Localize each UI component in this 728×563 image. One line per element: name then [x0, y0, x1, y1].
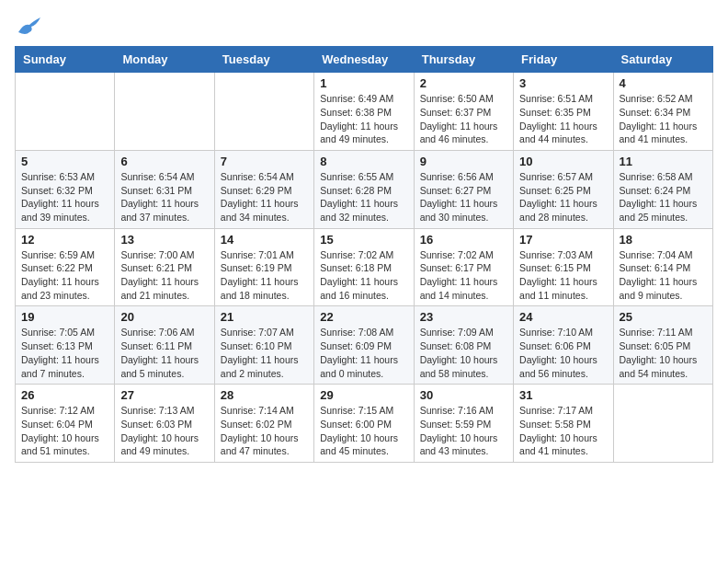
calendar-week-row: 26Sunrise: 7:12 AMSunset: 6:04 PMDayligh… [16, 385, 713, 463]
day-info: Sunrise: 7:06 AMSunset: 6:11 PMDaylight:… [120, 326, 208, 380]
calendar-cell: 28Sunrise: 7:14 AMSunset: 6:02 PMDayligh… [214, 385, 313, 463]
day-number: 2 [420, 76, 507, 90]
day-info: Sunrise: 7:16 AMSunset: 5:59 PMDaylight:… [420, 404, 507, 458]
calendar-cell: 12Sunrise: 6:59 AMSunset: 6:22 PMDayligh… [16, 228, 115, 306]
weekday-header-tuesday: Tuesday [214, 47, 313, 73]
calendar-cell: 6Sunrise: 6:54 AMSunset: 6:31 PMDaylight… [115, 150, 214, 228]
calendar-cell: 20Sunrise: 7:06 AMSunset: 6:11 PMDayligh… [115, 306, 214, 385]
day-number: 27 [120, 388, 208, 402]
calendar-week-row: 19Sunrise: 7:05 AMSunset: 6:13 PMDayligh… [16, 306, 713, 385]
calendar-cell: 14Sunrise: 7:01 AMSunset: 6:19 PMDayligh… [214, 228, 313, 306]
calendar-cell: 29Sunrise: 7:15 AMSunset: 6:00 PMDayligh… [314, 385, 414, 463]
day-number: 30 [420, 388, 507, 402]
day-number: 13 [120, 233, 208, 247]
day-number: 31 [519, 388, 607, 402]
calendar-cell: 24Sunrise: 7:10 AMSunset: 6:06 PMDayligh… [514, 306, 613, 385]
calendar-cell: 16Sunrise: 7:02 AMSunset: 6:17 PMDayligh… [414, 228, 513, 306]
day-info: Sunrise: 7:03 AMSunset: 6:15 PMDaylight:… [519, 248, 607, 303]
day-number: 23 [420, 310, 507, 324]
day-number: 11 [620, 155, 707, 168]
logo [15, 15, 42, 37]
calendar-cell: 3Sunrise: 6:51 AMSunset: 6:35 PMDaylight… [514, 73, 613, 151]
weekday-header-sunday: Sunday [16, 47, 115, 73]
day-info: Sunrise: 7:02 AMSunset: 6:17 PMDaylight:… [420, 248, 507, 303]
day-number: 17 [519, 233, 607, 247]
day-info: Sunrise: 6:59 AMSunset: 6:22 PMDaylight:… [21, 248, 108, 303]
day-number: 3 [519, 76, 607, 90]
calendar-cell: 18Sunrise: 7:04 AMSunset: 6:14 PMDayligh… [613, 228, 712, 306]
day-number: 16 [420, 233, 507, 247]
day-info: Sunrise: 7:17 AMSunset: 5:58 PMDaylight:… [519, 404, 607, 458]
day-number: 26 [21, 388, 108, 402]
calendar-cell: 11Sunrise: 6:58 AMSunset: 6:24 PMDayligh… [613, 150, 712, 228]
day-info: Sunrise: 7:00 AMSunset: 6:21 PMDaylight:… [120, 248, 208, 303]
day-number: 9 [420, 155, 507, 168]
calendar-header-row: SundayMondayTuesdayWednesdayThursdayFrid… [16, 47, 713, 73]
day-info: Sunrise: 6:57 AMSunset: 6:25 PMDaylight:… [519, 170, 607, 224]
calendar-cell: 7Sunrise: 6:54 AMSunset: 6:29 PMDaylight… [214, 150, 313, 228]
day-number: 22 [320, 310, 407, 324]
day-info: Sunrise: 7:05 AMSunset: 6:13 PMDaylight:… [21, 326, 108, 380]
day-number: 7 [221, 155, 308, 168]
day-info: Sunrise: 7:10 AMSunset: 6:06 PMDaylight:… [519, 326, 607, 380]
calendar-cell: 17Sunrise: 7:03 AMSunset: 6:15 PMDayligh… [514, 228, 613, 306]
calendar-cell: 26Sunrise: 7:12 AMSunset: 6:04 PMDayligh… [16, 385, 115, 463]
calendar-week-row: 5Sunrise: 6:53 AMSunset: 6:32 PMDaylight… [16, 150, 713, 228]
day-info: Sunrise: 7:15 AMSunset: 6:00 PMDaylight:… [320, 404, 407, 458]
calendar-cell [613, 385, 712, 463]
calendar-cell: 31Sunrise: 7:17 AMSunset: 5:58 PMDayligh… [514, 385, 613, 463]
day-number: 15 [320, 233, 407, 247]
day-number: 29 [320, 388, 407, 402]
day-info: Sunrise: 7:14 AMSunset: 6:02 PMDaylight:… [221, 404, 308, 458]
calendar-cell: 8Sunrise: 6:55 AMSunset: 6:28 PMDaylight… [314, 150, 414, 228]
calendar-cell: 30Sunrise: 7:16 AMSunset: 5:59 PMDayligh… [414, 385, 513, 463]
logo-bird-icon [17, 16, 42, 36]
calendar-cell: 13Sunrise: 7:00 AMSunset: 6:21 PMDayligh… [115, 228, 214, 306]
day-info: Sunrise: 6:56 AMSunset: 6:27 PMDaylight:… [420, 170, 507, 224]
calendar-table: SundayMondayTuesdayWednesdayThursdayFrid… [15, 46, 713, 463]
day-info: Sunrise: 7:08 AMSunset: 6:09 PMDaylight:… [320, 326, 407, 380]
calendar-cell: 21Sunrise: 7:07 AMSunset: 6:10 PMDayligh… [214, 306, 313, 385]
day-number: 12 [21, 233, 108, 247]
weekday-header-thursday: Thursday [414, 47, 513, 73]
calendar-week-row: 1Sunrise: 6:49 AMSunset: 6:38 PMDaylight… [16, 73, 713, 151]
day-number: 19 [21, 310, 108, 324]
calendar-cell: 15Sunrise: 7:02 AMSunset: 6:18 PMDayligh… [314, 228, 414, 306]
day-number: 28 [221, 388, 308, 402]
day-info: Sunrise: 6:50 AMSunset: 6:37 PMDaylight:… [420, 92, 507, 146]
day-info: Sunrise: 7:04 AMSunset: 6:14 PMDaylight:… [620, 248, 707, 303]
day-number: 18 [620, 233, 707, 247]
day-info: Sunrise: 6:58 AMSunset: 6:24 PMDaylight:… [620, 170, 707, 224]
day-info: Sunrise: 6:49 AMSunset: 6:38 PMDaylight:… [320, 92, 407, 146]
calendar-cell: 25Sunrise: 7:11 AMSunset: 6:05 PMDayligh… [613, 306, 712, 385]
day-number: 20 [120, 310, 208, 324]
calendar-cell: 10Sunrise: 6:57 AMSunset: 6:25 PMDayligh… [514, 150, 613, 228]
calendar-cell: 19Sunrise: 7:05 AMSunset: 6:13 PMDayligh… [16, 306, 115, 385]
calendar-cell: 22Sunrise: 7:08 AMSunset: 6:09 PMDayligh… [314, 306, 414, 385]
calendar-cell [214, 73, 313, 151]
day-info: Sunrise: 7:07 AMSunset: 6:10 PMDaylight:… [221, 326, 308, 380]
weekday-header-wednesday: Wednesday [314, 47, 414, 73]
weekday-header-saturday: Saturday [613, 47, 712, 73]
calendar-cell: 9Sunrise: 6:56 AMSunset: 6:27 PMDaylight… [414, 150, 513, 228]
day-info: Sunrise: 7:12 AMSunset: 6:04 PMDaylight:… [21, 404, 108, 458]
day-number: 25 [620, 310, 707, 324]
calendar-cell: 4Sunrise: 6:52 AMSunset: 6:34 PMDaylight… [613, 73, 712, 151]
calendar-cell: 5Sunrise: 6:53 AMSunset: 6:32 PMDaylight… [16, 150, 115, 228]
day-number: 4 [620, 76, 707, 90]
day-info: Sunrise: 7:13 AMSunset: 6:03 PMDaylight:… [120, 404, 208, 458]
calendar-cell [16, 73, 115, 151]
day-number: 14 [221, 233, 308, 247]
calendar-cell: 27Sunrise: 7:13 AMSunset: 6:03 PMDayligh… [115, 385, 214, 463]
day-info: Sunrise: 6:54 AMSunset: 6:31 PMDaylight:… [120, 170, 208, 224]
day-info: Sunrise: 7:01 AMSunset: 6:19 PMDaylight:… [221, 248, 308, 303]
day-number: 21 [221, 310, 308, 324]
calendar-cell: 1Sunrise: 6:49 AMSunset: 6:38 PMDaylight… [314, 73, 414, 151]
day-info: Sunrise: 7:02 AMSunset: 6:18 PMDaylight:… [320, 248, 407, 303]
day-info: Sunrise: 6:54 AMSunset: 6:29 PMDaylight:… [221, 170, 308, 224]
day-info: Sunrise: 6:55 AMSunset: 6:28 PMDaylight:… [320, 170, 407, 224]
calendar-cell: 23Sunrise: 7:09 AMSunset: 6:08 PMDayligh… [414, 306, 513, 385]
calendar-cell: 2Sunrise: 6:50 AMSunset: 6:37 PMDaylight… [414, 73, 513, 151]
day-info: Sunrise: 6:53 AMSunset: 6:32 PMDaylight:… [21, 170, 108, 224]
day-number: 8 [320, 155, 407, 168]
